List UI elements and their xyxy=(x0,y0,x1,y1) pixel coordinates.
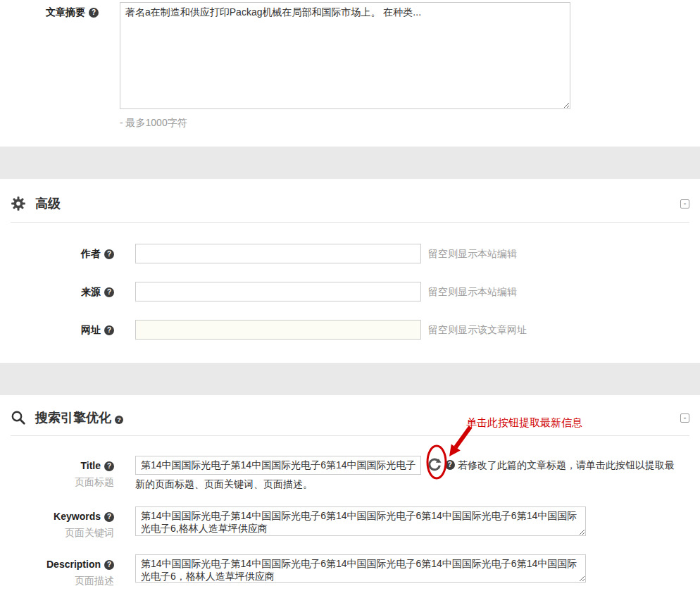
url-label: 网址 xyxy=(81,324,101,335)
source-hint: 留空则显示本站编辑 xyxy=(428,282,517,301)
url-input[interactable] xyxy=(135,320,421,340)
seo-collapse-button[interactable]: - xyxy=(680,413,689,423)
source-help-icon[interactable]: ? xyxy=(104,287,114,297)
seo-keywords-row: Keywords? 页面关键词 第14中国国际光电子第14中国国际光电子6第14… xyxy=(11,506,689,540)
search-icon xyxy=(11,410,26,425)
seo-keywords-sublabel: 页面关键词 xyxy=(11,527,114,540)
url-label-col: 网址? xyxy=(11,320,114,340)
seo-title-help-icon[interactable]: ? xyxy=(104,461,114,471)
author-input[interactable] xyxy=(135,244,421,263)
seo-refresh-help-icon[interactable]: ? xyxy=(445,460,455,470)
seo-section: 搜索引擎优化 ? - Title? 页面标题 ?若修改了此篇的文章标题，请单击此… xyxy=(0,395,700,587)
seo-description-help-icon[interactable]: ? xyxy=(104,560,114,570)
url-help-icon[interactable]: ? xyxy=(104,325,114,335)
summary-textarea[interactable]: 著名a在制造和供应打印Packag机械在局部和国际市场上。 在种类... xyxy=(120,2,570,109)
seo-section-header: 搜索引擎优化 ? - xyxy=(11,395,689,436)
source-input[interactable] xyxy=(135,282,421,301)
section-divider-bar xyxy=(0,363,700,395)
seo-keywords-help-icon[interactable]: ? xyxy=(104,512,114,522)
seo-rows: Title? 页面标题 ?若修改了此篇的文章标题，请单击此按钮以提取最新的页面标… xyxy=(11,436,689,587)
summary-label: 文章摘要 xyxy=(46,6,85,18)
author-hint: 留空则显示本站编辑 xyxy=(428,244,517,263)
author-label: 作者 xyxy=(81,248,101,259)
advanced-collapse-button[interactable]: - xyxy=(680,199,689,209)
seo-title-label: Title xyxy=(80,460,101,471)
author-help-icon[interactable]: ? xyxy=(104,249,114,259)
seo-description-row: Description? 页面描述 第14中国国际光电子第14中国国际光电子6第… xyxy=(11,554,689,587)
seo-title-sublabel: 页面标题 xyxy=(11,476,114,489)
seo-title-label-col: Title? 页面标题 xyxy=(11,456,114,493)
seo-keywords-label-col: Keywords? 页面关键词 xyxy=(11,506,114,540)
summary-content: 著名a在制造和供应打印Packag机械在局部和国际市场上。 在种类... - 最… xyxy=(120,2,570,130)
refresh-icon[interactable] xyxy=(427,458,442,472)
seo-description-sublabel: 页面描述 xyxy=(11,575,114,587)
summary-note: - 最多1000字符 xyxy=(120,117,570,130)
source-row: 来源? 留空则显示本站编辑 xyxy=(11,282,689,301)
seo-description-label-col: Description? 页面描述 xyxy=(11,554,114,587)
summary-row: 文章摘要? 著名a在制造和供应打印Packag机械在局部和国际市场上。 在种类.… xyxy=(0,0,700,130)
author-row: 作者? 留空则显示本站编辑 xyxy=(11,244,689,263)
article-edit-form: { "glyphs": { "help": "?", "collapse": "… xyxy=(0,0,700,591)
section-divider-bar xyxy=(0,147,700,179)
advanced-section-title: 高级 xyxy=(35,195,61,212)
seo-keywords-textarea[interactable]: 第14中国国际光电子第14中国国际光电子6第14中国国际光电子6第14中国国际光… xyxy=(135,506,586,536)
url-row: 网址? 留空则显示该文章网址 xyxy=(11,320,689,340)
summary-help-icon[interactable]: ? xyxy=(89,8,99,18)
advanced-section: 高级 - 作者? 留空则显示本站编辑 来源? 留空则显示本站编辑 网址? 留空则… xyxy=(0,179,700,363)
seo-keywords-label: Keywords xyxy=(54,511,101,522)
seo-help-icon[interactable]: ? xyxy=(115,416,123,424)
advanced-section-header: 高级 - xyxy=(11,179,689,223)
seo-description-label: Description xyxy=(46,559,101,570)
seo-title-content: ?若修改了此篇的文章标题，请单击此按钮以提取最新的页面标题、页面关键词、页面描述… xyxy=(135,456,680,493)
seo-title-input[interactable] xyxy=(135,456,421,475)
advanced-rows: 作者? 留空则显示本站编辑 来源? 留空则显示本站编辑 网址? 留空则显示该文章… xyxy=(11,223,689,363)
summary-label-col: 文章摘要? xyxy=(0,2,99,130)
seo-section-title: 搜索引擎优化 xyxy=(35,409,111,426)
source-label-col: 来源? xyxy=(11,282,114,301)
author-label-col: 作者? xyxy=(11,244,114,263)
seo-title-row: Title? 页面标题 ?若修改了此篇的文章标题，请单击此按钮以提取最新的页面标… xyxy=(11,456,689,493)
url-hint: 留空则显示该文章网址 xyxy=(428,320,527,340)
source-label: 来源 xyxy=(81,286,101,297)
gear-icon xyxy=(11,196,26,211)
seo-description-textarea[interactable]: 第14中国国际光电子第14中国国际光电子6第14中国国际光电子6第14中国国际光… xyxy=(135,554,586,583)
